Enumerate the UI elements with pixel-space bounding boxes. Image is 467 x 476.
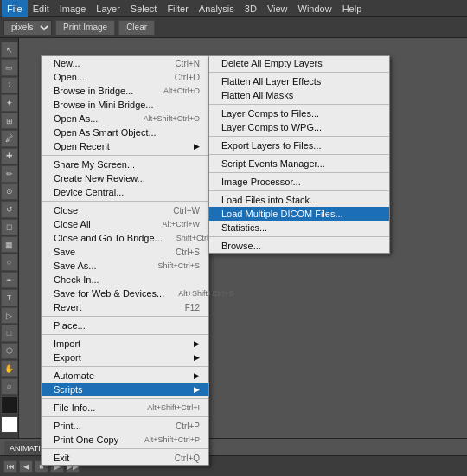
menu-review[interactable]: Create New Review... [42, 171, 208, 185]
menu-analysis[interactable]: Analysis [194, 0, 240, 17]
canvas-area: New... Ctrl+N Open... Ctrl+O Browse in B… [19, 38, 467, 438]
separator-7 [42, 416, 208, 417]
menu-help[interactable]: Help [337, 0, 368, 17]
menu-3d[interactable]: 3D [240, 0, 262, 17]
menu-file-info[interactable]: File Info... Alt+Shift+Ctrl+I [42, 401, 208, 415]
menu-share[interactable]: Share My Screen... [42, 158, 208, 171]
tool-shape[interactable]: □ [1, 325, 18, 341]
menu-open-recent[interactable]: Open Recent ▶ [42, 139, 208, 153]
separator-2 [42, 201, 208, 202]
menu-device-central[interactable]: Device Central... [42, 185, 208, 199]
scripts-sep-2 [209, 104, 389, 105]
clear-button[interactable]: Clear [118, 20, 155, 35]
menu-close-all[interactable]: Close All Alt+Ctrl+W [42, 217, 208, 231]
scripts-layer-comps-files[interactable]: Layer Comps to Files... [209, 106, 389, 120]
menu-revert[interactable]: Revert F12 [42, 300, 208, 314]
scripts-browse[interactable]: Browse... [209, 239, 389, 253]
scripts-load-files-stack[interactable]: Load Files into Stack... [209, 193, 389, 207]
separator-6 [42, 398, 208, 399]
menu-automate[interactable]: Automate ▶ [42, 369, 208, 383]
scripts-flatten-masks[interactable]: Flatten All Masks [209, 88, 389, 102]
scripts-delete-empty[interactable]: Delete All Empty Layers [209, 56, 389, 70]
menu-view[interactable]: View [262, 0, 293, 17]
menu-image[interactable]: Image [54, 0, 92, 17]
menu-new[interactable]: New... Ctrl+N [42, 56, 208, 70]
scripts-statistics[interactable]: Statistics... [209, 221, 389, 235]
scripts-image-processor[interactable]: Image Processor... [209, 175, 389, 189]
tool-brush[interactable]: ✏ [1, 165, 18, 182]
scripts-events-manager[interactable]: Script Events Manager... [209, 157, 389, 170]
main-layout: ↖ ▭ ⌇ ✦ ⊞ 🖉 ✚ ✏ ⊙ ↺ ◻ ▦ ○ ✒ T ▷ □ ⬡ ✋ ⌕ … [0, 38, 467, 438]
menu-bar: File Edit Image Layer Select Filter Anal… [0, 0, 467, 17]
scripts-layer-comps-wpg[interactable]: Layer Comps to WPG... [209, 120, 389, 134]
toolbar: ↖ ▭ ⌇ ✦ ⊞ 🖉 ✚ ✏ ⊙ ↺ ◻ ▦ ○ ✒ T ▷ □ ⬡ ✋ ⌕ [0, 38, 19, 438]
menu-browse-mini-bridge[interactable]: Browse in Mini Bridge... [42, 98, 208, 112]
menu-open[interactable]: Open... Ctrl+O [42, 70, 208, 84]
menu-edit[interactable]: Edit [28, 0, 54, 17]
tool-history-brush[interactable]: ↺ [1, 201, 18, 217]
menu-open-smart[interactable]: Open As Smart Object... [42, 125, 208, 139]
menu-file[interactable]: File [2, 0, 28, 17]
menu-open-as[interactable]: Open As... Alt+Shift+Ctrl+O [42, 112, 208, 125]
menu-save-web[interactable]: Save for Web & Devices... Alt+Shift+Ctrl… [42, 286, 208, 300]
menu-browse-bridge[interactable]: Browse in Bridge... Alt+Ctrl+O [42, 84, 208, 98]
menu-save[interactable]: Save Ctrl+S [42, 245, 208, 259]
tool-magic-wand[interactable]: ✦ [1, 94, 18, 111]
tool-crop[interactable]: ⊞ [1, 113, 18, 129]
print-image-button[interactable]: Print Image [55, 20, 115, 35]
tool-gradient[interactable]: ▦ [1, 236, 18, 253]
menu-close[interactable]: Close Ctrl+W [42, 203, 208, 217]
separator-4 [42, 334, 208, 335]
scripts-sep-4 [209, 154, 389, 155]
foreground-color[interactable] [1, 396, 18, 413]
pixels-dropdown[interactable]: pixels [3, 20, 52, 35]
menu-check-in[interactable]: Check In... [42, 273, 208, 286]
menu-window[interactable]: Window [293, 0, 337, 17]
tool-path-select[interactable]: ▷ [1, 307, 18, 324]
scripts-sep-7 [209, 236, 389, 237]
tool-zoom[interactable]: ⌕ [1, 378, 18, 395]
tool-dodge[interactable]: ○ [1, 254, 18, 270]
tool-pen[interactable]: ✒ [1, 272, 18, 288]
tool-eraser[interactable]: ◻ [1, 219, 18, 235]
tool-3d[interactable]: ⬡ [1, 343, 18, 359]
tool-select[interactable]: ▭ [1, 59, 18, 75]
scripts-export-layers[interactable]: Export Layers to Files... [209, 138, 389, 152]
file-menu-dropdown: New... Ctrl+N Open... Ctrl+O Browse in B… [41, 55, 209, 466]
tool-text[interactable]: T [1, 289, 18, 306]
menu-scripts[interactable]: Scripts ▶ [42, 383, 208, 396]
play-back-button[interactable]: ⏮ [3, 460, 17, 473]
play-prev-button[interactable]: ◀ [19, 460, 33, 473]
tool-healing[interactable]: ✚ [1, 148, 18, 164]
scripts-sep-3 [209, 136, 389, 137]
menu-print[interactable]: Print... Ctrl+P [42, 419, 208, 433]
scripts-sep-1 [209, 72, 389, 73]
scripts-flatten-effects[interactable]: Flatten All Layer Effects [209, 74, 389, 88]
menu-exit[interactable]: Exit Ctrl+Q [42, 451, 208, 465]
separator-8 [42, 448, 208, 449]
menu-print-one[interactable]: Print One Copy Alt+Shift+Ctrl+P [42, 433, 208, 447]
background-color[interactable] [1, 416, 18, 433]
menu-import[interactable]: Import ▶ [42, 337, 208, 351]
scripts-sep-5 [209, 172, 389, 173]
tool-move[interactable]: ↖ [1, 42, 18, 58]
tool-clone[interactable]: ⊙ [1, 183, 18, 200]
separator-3 [42, 316, 208, 317]
menu-save-as[interactable]: Save As... Shift+Ctrl+S [42, 259, 208, 273]
menu-place[interactable]: Place... [42, 318, 208, 332]
menu-layer[interactable]: Layer [91, 0, 125, 17]
options-bar: pixels Print Image Clear [0, 17, 467, 38]
scripts-submenu: Delete All Empty Layers Flatten All Laye… [208, 55, 390, 254]
menu-filter[interactable]: Filter [162, 0, 193, 17]
separator-1 [42, 155, 208, 156]
tool-hand[interactable]: ✋ [1, 360, 18, 376]
menu-export[interactable]: Export ▶ [42, 351, 208, 364]
scripts-load-dicom[interactable]: Load Multiple DICOM Files... [209, 207, 389, 221]
tool-lasso[interactable]: ⌇ [1, 77, 18, 93]
menu-close-bridge[interactable]: Close and Go To Bridge... Shift+Ctrl+W [42, 231, 208, 245]
tool-eyedropper[interactable]: 🖉 [1, 130, 18, 146]
scripts-sep-6 [209, 190, 389, 191]
menu-select[interactable]: Select [125, 0, 163, 17]
separator-5 [42, 366, 208, 367]
